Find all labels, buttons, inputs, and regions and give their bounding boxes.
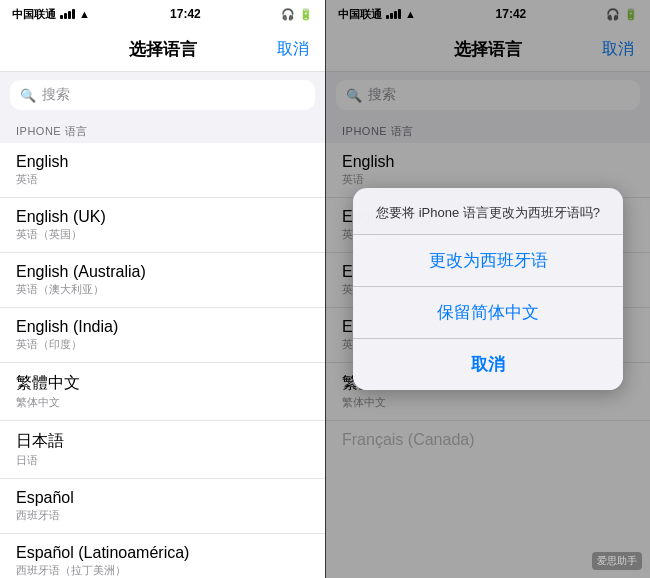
item-main: English (Australia) xyxy=(16,263,309,281)
time-left: 17:42 xyxy=(170,7,201,21)
alert-overlay: 您要将 iPhone 语言更改为西班牙语吗? 更改为西班牙语 保留简体中文 取消 xyxy=(326,0,650,578)
item-sub: 英语（澳大利亚） xyxy=(16,282,309,297)
item-sub: 西班牙语（拉丁美洲） xyxy=(16,563,309,578)
status-left: 中国联通 ▲ xyxy=(12,7,90,22)
list-item[interactable]: English (UK) 英语（英国） xyxy=(0,198,325,253)
signal-icon-left xyxy=(60,9,75,19)
headphone-icon-left: 🎧 xyxy=(281,8,295,21)
list-item[interactable]: Español (Latinoamérica) 西班牙语（拉丁美洲） xyxy=(0,534,325,578)
alert-cancel-button[interactable]: 取消 xyxy=(353,339,623,390)
list-item[interactable]: English (Australia) 英语（澳大利亚） xyxy=(0,253,325,308)
search-inner-left[interactable]: 🔍 搜索 xyxy=(10,80,315,110)
watermark: 爱思助手 xyxy=(592,552,642,570)
item-sub: 繁体中文 xyxy=(16,395,309,410)
alert-message: 您要将 iPhone 语言更改为西班牙语吗? xyxy=(353,188,623,234)
left-panel: 中国联通 ▲ 17:42 🎧 🔋 选择语言 取消 🔍 搜索 IPHONE 语言 xyxy=(0,0,325,578)
battery-icon-left: 🔋 xyxy=(299,8,313,21)
section-header-left: IPHONE 语言 xyxy=(0,118,325,143)
search-placeholder-left: 搜索 xyxy=(42,86,70,104)
item-main: English xyxy=(16,153,309,171)
right-panel: 中国联通 ▲ 17:42 🎧 🔋 选择语言 取消 🔍 搜索 IPHONE 语言 xyxy=(325,0,650,578)
carrier-left: 中国联通 xyxy=(12,7,56,22)
language-list-left: English 英语 English (UK) 英语（英国） English (… xyxy=(0,143,325,578)
list-item[interactable]: 日本語 日语 xyxy=(0,421,325,479)
list-item[interactable]: Español 西班牙语 xyxy=(0,479,325,534)
item-sub: 西班牙语 xyxy=(16,508,309,523)
alert-dialog: 您要将 iPhone 语言更改为西班牙语吗? 更改为西班牙语 保留简体中文 取消 xyxy=(353,188,623,390)
item-main: English (India) xyxy=(16,318,309,336)
item-sub: 英语（英国） xyxy=(16,227,309,242)
alert-confirm-button[interactable]: 更改为西班牙语 xyxy=(353,235,623,286)
item-sub: 英语 xyxy=(16,172,309,187)
status-right-left: 🎧 🔋 xyxy=(281,8,313,21)
item-main: Español (Latinoamérica) xyxy=(16,544,309,562)
item-main: Español xyxy=(16,489,309,507)
watermark-text: 爱思助手 xyxy=(597,554,637,568)
nav-bar-left: 选择语言 取消 xyxy=(0,28,325,72)
item-main: 繁體中文 xyxy=(16,373,309,394)
wifi-icon-left: ▲ xyxy=(79,8,90,20)
list-item[interactable]: English (India) 英语（印度） xyxy=(0,308,325,363)
item-sub: 日语 xyxy=(16,453,309,468)
item-main: English (UK) xyxy=(16,208,309,226)
item-main: 日本語 xyxy=(16,431,309,452)
nav-title-left: 选择语言 xyxy=(129,38,197,61)
item-sub: 英语（印度） xyxy=(16,337,309,352)
list-item[interactable]: English 英语 xyxy=(0,143,325,198)
list-item[interactable]: 繁體中文 繁体中文 xyxy=(0,363,325,421)
search-bar-left: 🔍 搜索 xyxy=(0,72,325,118)
search-icon-left: 🔍 xyxy=(20,88,36,103)
status-bar-left: 中国联通 ▲ 17:42 🎧 🔋 xyxy=(0,0,325,28)
cancel-button-left[interactable]: 取消 xyxy=(277,39,309,60)
alert-keep-button[interactable]: 保留简体中文 xyxy=(353,287,623,338)
